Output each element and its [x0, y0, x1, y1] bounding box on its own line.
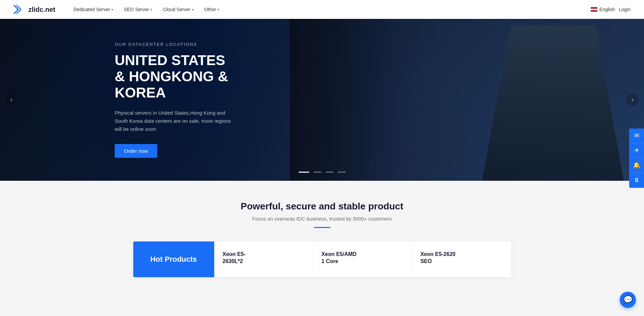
hero-pagination	[299, 172, 346, 173]
logo-icon	[13, 5, 26, 14]
language-selector[interactable]: English	[591, 7, 615, 12]
logo-text: zlidc.net	[28, 6, 55, 13]
hero-dot-1[interactable]	[299, 172, 309, 173]
chevron-down-icon: ▾	[192, 8, 194, 11]
bell-icon: 🔔	[633, 162, 640, 169]
email-icon: ✉	[634, 132, 639, 139]
hot-products-label: Hot Products	[133, 241, 214, 277]
telegram-sidebar-button[interactable]: ✈	[629, 143, 644, 158]
section-title: Powerful, secure and stable product	[0, 201, 644, 212]
floating-sidebar: ✉ ✈ 🔔 S	[629, 128, 644, 188]
hero-prev-button[interactable]: ‹	[5, 94, 18, 106]
notification-sidebar-button[interactable]: 🔔	[629, 158, 644, 173]
nav-seo-server[interactable]: SEO Server ▾	[119, 4, 157, 15]
main-nav: Dedicated Server ▾ SEO Server ▾ Cloud Se…	[69, 4, 591, 15]
products-row: Hot Products Xeon E5-2630L*2 Xeon E5/AMD…	[133, 241, 511, 277]
section-subtitle: Focus on overseas IDC business, trusted …	[0, 216, 644, 222]
skype-sidebar-button[interactable]: S	[629, 173, 644, 188]
hero-description: Physical servers in United States,Hong K…	[115, 109, 236, 133]
product-name-2: Xeon E5/AMD1 Core	[321, 251, 357, 265]
main-content: Powerful, secure and stable product Focu…	[0, 181, 644, 291]
chevron-down-icon: ▾	[150, 8, 152, 11]
hero-banner: ‹ › OUR DATACENTER LOCATIONS UNITED STAT…	[0, 19, 644, 181]
order-now-button[interactable]: Order now	[115, 144, 157, 158]
hero-person-silhouette	[482, 26, 624, 181]
hero-dot-2[interactable]	[313, 172, 321, 173]
products-area: Hot Products Xeon E5-2630L*2 Xeon E5/AMD…	[120, 241, 525, 277]
telegram-icon: ✈	[634, 147, 639, 154]
product-card-2[interactable]: Xeon E5/AMD1 Core	[313, 241, 412, 277]
hero-subtitle: OUR DATACENTER LOCATIONS	[115, 42, 236, 47]
section-header: Powerful, secure and stable product Focu…	[0, 201, 644, 228]
hero-content: OUR DATACENTER LOCATIONS UNITED STATES &…	[0, 42, 236, 158]
chevron-down-icon: ▾	[218, 8, 219, 11]
logo[interactable]: zlidc.net	[13, 5, 55, 14]
nav-dedicated-server[interactable]: Dedicated Server ▾	[69, 4, 118, 15]
product-cards: Xeon E5-2630L*2 Xeon E5/AMD1 Core Xeon E…	[214, 241, 511, 277]
header: zlidc.net Dedicated Server ▾ SEO Server …	[0, 0, 644, 19]
hero-image-overlay	[290, 19, 644, 181]
nav-other[interactable]: Other ▾	[200, 4, 224, 15]
chevron-down-icon: ▾	[111, 8, 113, 11]
product-name-3: Xeon E5-2620SEO	[420, 251, 455, 265]
login-link[interactable]: Login	[619, 7, 631, 12]
header-right: English Login	[591, 7, 631, 12]
hero-next-button[interactable]: ›	[626, 94, 639, 106]
hero-dot-3[interactable]	[326, 172, 334, 173]
hero-dot-4[interactable]	[338, 172, 346, 173]
email-sidebar-button[interactable]: ✉	[629, 128, 644, 143]
product-card-1[interactable]: Xeon E5-2630L*2	[214, 241, 313, 277]
skype-icon: S	[635, 177, 639, 183]
product-name-1: Xeon E5-2630L*2	[223, 251, 246, 265]
flag-icon	[591, 7, 597, 12]
product-card-3[interactable]: Xeon E5-2620SEO	[412, 241, 511, 277]
hero-title: UNITED STATES & HONGKONG & KOREA	[115, 52, 236, 101]
nav-cloud-server[interactable]: Cloud Server ▾	[158, 4, 198, 15]
section-divider	[314, 227, 330, 228]
